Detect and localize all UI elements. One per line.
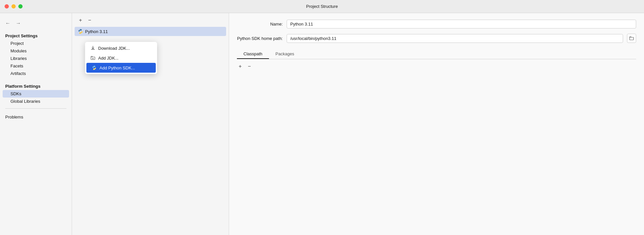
folder-icon xyxy=(90,55,96,61)
dropdown-download-jdk[interactable]: Download JDK... xyxy=(85,43,157,53)
sidebar: ← → Project Settings Project Modules Lib… xyxy=(0,13,72,235)
svg-rect-3 xyxy=(630,37,634,40)
sdk-path-input[interactable] xyxy=(287,34,623,43)
center-toolbar: + − xyxy=(72,17,229,27)
platform-settings-heading: Platform Settings xyxy=(0,82,72,90)
minimize-button[interactable] xyxy=(11,4,16,9)
add-python-sdk-label: Add Python SDK... xyxy=(99,65,135,70)
tab-classpath[interactable]: Classpath xyxy=(237,49,269,59)
sidebar-item-artifacts[interactable]: Artifacts xyxy=(0,70,72,77)
python-icon-dropdown xyxy=(92,65,97,70)
dropdown-add-python-sdk[interactable]: Add Python SDK... xyxy=(86,63,156,73)
sidebar-item-project[interactable]: Project xyxy=(0,40,72,47)
sidebar-item-modules[interactable]: Modules xyxy=(0,47,72,55)
dropdown-menu: Download JDK... Add JDK... xyxy=(85,42,157,74)
back-button[interactable]: ← xyxy=(4,20,12,27)
remove-sdk-button[interactable]: − xyxy=(86,17,93,24)
sidebar-divider xyxy=(5,108,66,109)
sdk-item-label: Python 3.11 xyxy=(85,29,108,34)
folder-browse-icon xyxy=(629,36,634,41)
sidebar-item-facets[interactable]: Facets xyxy=(0,62,72,70)
forward-button[interactable]: → xyxy=(14,20,22,27)
window-title: Project Structure xyxy=(306,4,338,9)
python-icon xyxy=(78,29,83,34)
titlebar: Project Structure xyxy=(0,0,644,13)
tab-packages[interactable]: Packages xyxy=(269,49,301,59)
sidebar-item-problems[interactable]: Problems xyxy=(0,113,72,121)
nav-arrows: ← → xyxy=(0,17,72,29)
add-sdk-button[interactable]: + xyxy=(77,17,84,24)
sdk-path-label: Python SDK home path: xyxy=(237,36,283,41)
remove-classpath-button[interactable]: − xyxy=(246,63,253,70)
sidebar-item-global-libraries[interactable]: Global Libraries xyxy=(0,98,72,105)
name-label: Name: xyxy=(237,22,283,27)
dropdown-add-jdk[interactable]: Add JDK... xyxy=(85,53,157,63)
sidebar-item-sdks[interactable]: SDKs xyxy=(3,90,69,98)
sdk-path-row: Python SDK home path: xyxy=(237,34,636,43)
window-controls xyxy=(5,4,23,9)
close-button[interactable] xyxy=(5,4,9,9)
tabs-row: Classpath Packages xyxy=(237,49,636,59)
download-icon xyxy=(90,45,96,51)
name-input[interactable] xyxy=(287,20,636,28)
browse-folder-button[interactable] xyxy=(627,34,636,43)
sidebar-item-libraries[interactable]: Libraries xyxy=(0,55,72,62)
add-jdk-label: Add JDK... xyxy=(98,56,118,61)
name-field-row: Name: xyxy=(237,20,636,28)
add-classpath-button[interactable]: + xyxy=(237,63,243,70)
project-settings-heading: Project Settings xyxy=(0,32,72,40)
maximize-button[interactable] xyxy=(18,4,23,9)
right-panel: Name: Python SDK home path: Classpath Pa… xyxy=(229,13,644,235)
center-panel: + − Python 3.11 Download JDK... xyxy=(72,13,229,235)
tab-toolbar: + − xyxy=(237,63,636,70)
sdk-item-python[interactable]: Python 3.11 xyxy=(75,27,226,36)
download-jdk-label: Download JDK... xyxy=(98,46,130,51)
